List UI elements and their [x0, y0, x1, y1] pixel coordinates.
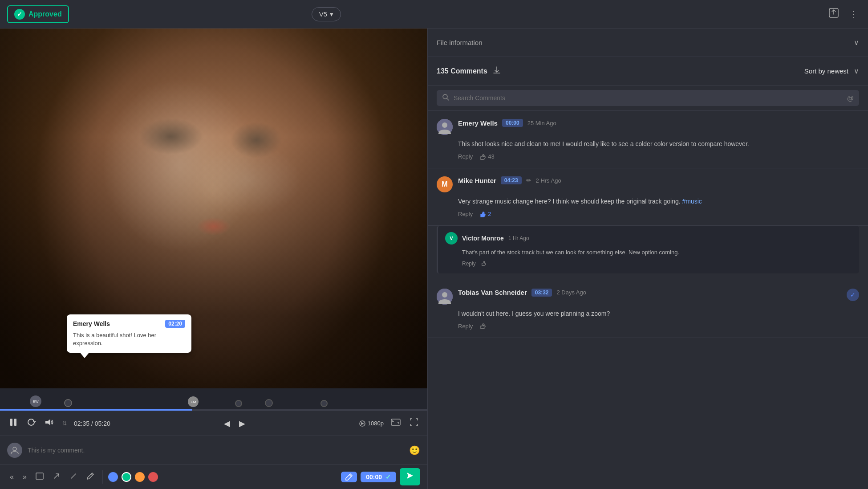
- at-mention-icon[interactable]: @: [847, 94, 854, 102]
- bubble-time-badge: 02:20: [165, 320, 185, 328]
- color-orange[interactable]: [135, 472, 145, 482]
- commenter-avatar-mike: M: [437, 176, 453, 192]
- approved-label: Approved: [28, 10, 62, 18]
- bubble-header: Emery Wells 02:20: [73, 320, 185, 328]
- comment-input-area: 🙂: [0, 436, 427, 464]
- reply-button-emery[interactable]: Reply: [458, 153, 473, 160]
- annotation-pencil-active[interactable]: [341, 472, 357, 482]
- search-bar: @: [428, 86, 868, 111]
- sub-comment-ago-victor: 1 Hr Ago: [508, 235, 529, 241]
- comment-timestamp-mike[interactable]: 04:23: [501, 176, 522, 184]
- svg-marker-8: [407, 473, 413, 479]
- hashtag-music: #music: [682, 198, 702, 205]
- comment-ago-emery: 25 Min Ago: [527, 120, 556, 126]
- comment-author-mike: Mike Hunter: [458, 177, 496, 184]
- comment-actions-emery: Reply 43: [458, 153, 859, 160]
- comments-count: 135 Comments: [437, 67, 487, 75]
- quality-button[interactable]: 1080p: [359, 420, 384, 427]
- timeline-dot-1: [64, 399, 72, 407]
- edit-icon-mike[interactable]: ✏: [526, 177, 531, 184]
- quality-label: 1080p: [368, 420, 384, 427]
- right-panel: File information ∨ 135 Comments Sort by …: [427, 29, 868, 489]
- comment-text-input[interactable]: [28, 447, 404, 454]
- timecode-up-down[interactable]: ⇅: [61, 419, 69, 428]
- sub-comment-body-victor: That's part of the stock track but we ca…: [462, 248, 852, 257]
- undo-button[interactable]: «: [7, 470, 16, 484]
- more-options-button[interactable]: ⋮: [847, 6, 861, 22]
- prev-frame-button[interactable]: ◀: [222, 417, 232, 430]
- play-pause-button[interactable]: [7, 416, 20, 431]
- comment-ago-mike: 2 Hrs Ago: [536, 177, 561, 184]
- like-button-tobias[interactable]: [480, 323, 486, 329]
- more-icon: ⋮: [849, 9, 858, 19]
- sort-chevron[interactable]: ∨: [854, 67, 859, 75]
- reply-button-tobias[interactable]: Reply: [458, 323, 473, 330]
- svg-rect-7: [36, 473, 43, 479]
- sort-label: Sort by newest: [804, 67, 848, 75]
- color-red[interactable]: [148, 472, 158, 482]
- comment-approved-check[interactable]: ✓: [847, 289, 859, 301]
- share-button[interactable]: [826, 5, 841, 23]
- comment-timestamp-tobias[interactable]: 03:32: [531, 289, 552, 297]
- scrubber-progress: [0, 409, 192, 411]
- submit-comment-button[interactable]: [400, 468, 420, 485]
- sub-like-button-victor[interactable]: [481, 261, 487, 267]
- video-container[interactable]: Emery Wells 02:20 This is a beautiful sh…: [0, 29, 427, 388]
- video-comment-bubble: Emery Wells 02:20 This is a beautiful sh…: [67, 314, 191, 353]
- comment-item: Emery Wells 00:00 25 Min Ago This shot l…: [428, 111, 868, 168]
- emoji-button[interactable]: 🙂: [409, 445, 420, 456]
- fullscreen-button[interactable]: [408, 416, 420, 431]
- download-icon[interactable]: [493, 66, 501, 76]
- color-blue[interactable]: [108, 472, 118, 482]
- svg-marker-3: [45, 419, 50, 425]
- svg-point-6: [13, 447, 16, 451]
- comment-author-tobias: Tobias Van Schneider: [458, 289, 527, 296]
- comment-ago-tobias: 2 Days Ago: [556, 289, 586, 296]
- timeline-avatar-2: EM: [188, 396, 199, 407]
- aspect-ratio-button[interactable]: [389, 417, 402, 430]
- next-frame-button[interactable]: ▶: [237, 417, 247, 430]
- svg-point-13: [442, 292, 447, 297]
- file-info-chevron[interactable]: ∨: [854, 38, 859, 47]
- main-layout: Emery Wells 02:20 This is a beautiful sh…: [0, 29, 868, 489]
- rect-tool-button[interactable]: [33, 470, 46, 484]
- like-button-emery[interactable]: 43: [480, 153, 494, 160]
- sub-comment-victor: V Victor Monroe 1 Hr Ago That's part of …: [437, 226, 859, 273]
- comment-item-mike: M Mike Hunter 04:23 ✏ 2 Hrs Ago Very str…: [428, 168, 868, 226]
- approved-button[interactable]: ✓ Approved: [7, 5, 69, 23]
- sub-comment-author-victor: Victor Monroe: [462, 235, 504, 242]
- commenter-avatar-emery: [437, 119, 453, 135]
- color-green[interactable]: [122, 472, 131, 482]
- like-count-emery: 43: [488, 153, 494, 160]
- comment-meta: Emery Wells 00:00 25 Min Ago: [458, 119, 556, 127]
- bubble-author: Emery Wells: [73, 320, 110, 327]
- arrow-tool-button[interactable]: [50, 469, 63, 485]
- redo-button[interactable]: »: [20, 470, 29, 484]
- search-comments-input[interactable]: [454, 94, 843, 102]
- comment-item-tobias: Tobias Van Schneider 03:32 2 Days Ago ✓ …: [428, 281, 868, 338]
- sub-comment-actions-victor: Reply: [462, 261, 852, 267]
- like-count-mike: 2: [488, 211, 491, 217]
- loop-button[interactable]: [25, 416, 37, 431]
- comment-body-tobias: I wouldn't cut here. I guess you were pl…: [458, 309, 859, 318]
- file-info-title: File information: [437, 39, 483, 46]
- comment-actions-tobias: Reply: [458, 323, 859, 330]
- like-button-mike[interactable]: 2: [480, 211, 491, 217]
- sub-reply-button-victor[interactable]: Reply: [462, 261, 476, 267]
- volume-button[interactable]: [43, 416, 55, 431]
- reply-button-mike[interactable]: Reply: [458, 211, 473, 217]
- search-icon: [442, 94, 449, 102]
- check-icon: ✓: [14, 9, 25, 20]
- pencil-tool-button[interactable]: [84, 469, 97, 485]
- scrubber-track[interactable]: [0, 409, 427, 411]
- comment-timestamp-emery[interactable]: 00:00: [502, 119, 523, 127]
- video-timeline[interactable]: EW EM: [0, 388, 427, 411]
- comment-actions-mike: Reply 2: [458, 211, 859, 217]
- current-time: 02:35 / 05:20: [74, 420, 110, 427]
- timeline-dot-4: [320, 400, 328, 407]
- timeline-dot-3: [265, 399, 273, 407]
- line-tool-button[interactable]: [67, 469, 80, 485]
- comments-list: Emery Wells 00:00 25 Min Ago This shot l…: [428, 111, 868, 489]
- version-selector[interactable]: V5 ▾: [312, 7, 341, 21]
- sub-commenter-avatar-victor: V: [445, 232, 458, 244]
